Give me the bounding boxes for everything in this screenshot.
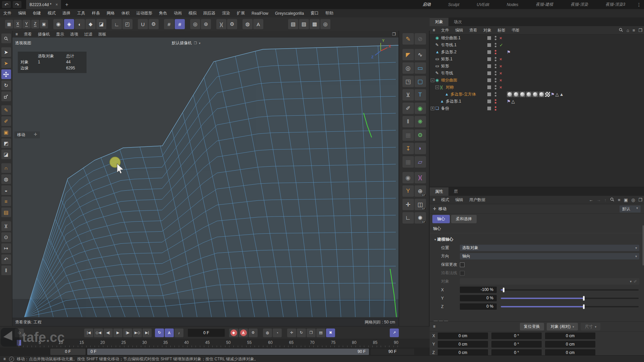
polygon-pen-icon[interactable]: ✎ (1, 105, 11, 115)
record-circle-icon[interactable]: ◔ (273, 328, 282, 337)
hamburger-icon[interactable]: ≡ (430, 324, 435, 329)
bevel-icon[interactable]: ∩ (1, 163, 11, 173)
tab-属性[interactable]: 属性 (430, 187, 448, 196)
frame-select-icon[interactable]: ▣ (1, 127, 11, 137)
filter-icon[interactable]: ≡ (631, 28, 637, 33)
expander-icon[interactable]: − (435, 85, 439, 89)
slider-knob[interactable] (583, 296, 585, 301)
menu-编辑[interactable]: 编辑 (452, 197, 466, 203)
range-start-field[interactable]: 0 F (50, 349, 86, 355)
popout-icon[interactable]: ❐ (637, 197, 644, 202)
fcurve-toggle-icon[interactable]: ↗ (390, 328, 399, 337)
add-keyframe-icon[interactable]: ◇ (15, 328, 24, 337)
visibility-icon[interactable]: ◉ (402, 172, 414, 183)
disabled-icon[interactable]: × (499, 35, 502, 42)
mode-tab-柔和选择[interactable]: 柔和选择 (451, 215, 477, 223)
symmetry-deformer-icon[interactable]: )( (415, 172, 426, 183)
menu-窗口[interactable]: 窗口 (307, 10, 322, 16)
vp-menu-显示[interactable]: 显示 (53, 32, 67, 37)
menu-对象[interactable]: 对象 (480, 27, 494, 33)
object-name[interactable]: 多边形.1 (446, 98, 461, 105)
loop-icon[interactable]: ↻ (155, 328, 164, 337)
prev-frame-icon[interactable]: ◀| (104, 328, 113, 337)
axis-lock-y[interactable]: Y (22, 20, 31, 28)
edge-pen-icon[interactable]: ✐ (1, 116, 11, 126)
axis-lock-x[interactable]: X (14, 20, 22, 28)
button-对象 (相对)[interactable]: 对象 (相对)▾ (547, 323, 578, 330)
object-name[interactable]: 引导线 (441, 70, 453, 77)
close-hole-icon[interactable]: ⊙ (1, 232, 11, 242)
value-field[interactable]: -100 % (460, 287, 497, 293)
document-tab[interactable]: B2223.c4d * × (26, 0, 61, 9)
phong-tag-icon[interactable]: ⚑ (507, 99, 511, 104)
layout-tab-UVEdit[interactable]: UVEdit (468, 2, 498, 7)
object-name[interactable]: 备份 (441, 105, 449, 112)
edges-mode-icon[interactable]: ◈ (64, 19, 74, 29)
object-name[interactable]: 引导线.1 (441, 42, 457, 49)
timeline-ruler[interactable]: 051015202530354045505560657075808590 (0, 339, 430, 348)
range-end-field[interactable]: 90 F (371, 349, 414, 355)
object-name[interactable]: 矩形.1 (441, 56, 452, 63)
hamburger-icon[interactable]: ≡ (430, 197, 438, 202)
disabled-icon[interactable]: × (499, 84, 502, 91)
vp-menu-过滤[interactable]: 过滤 (81, 32, 95, 37)
model-mode-icon[interactable]: ◆ (86, 19, 96, 29)
layer-color-chip[interactable] (487, 71, 491, 75)
menu-运动图形[interactable]: 运动图形 (133, 10, 156, 16)
hex-center-icon[interactable]: ◍ (243, 19, 253, 29)
rotation-field[interactable]: 0 ° (491, 349, 542, 356)
select-方向[interactable]: 轴向▾ (460, 253, 639, 259)
layout-tab-夜猫-渲染3[interactable]: 夜猫-渲染3 (597, 2, 634, 7)
cluster-icon[interactable]: ❋ (415, 116, 426, 127)
bridge-guides-icon[interactable]: ‖ (402, 116, 414, 127)
texture-tag-icon[interactable] (513, 92, 519, 97)
slider-knob[interactable] (503, 288, 504, 292)
slider-knob[interactable] (583, 304, 585, 309)
triangle-outline-tag-icon[interactable]: △ (555, 92, 559, 97)
next-key-icon[interactable]: ▶◇ (133, 328, 142, 337)
render-team-icon[interactable]: ▩ (310, 19, 320, 29)
grid-snap-icon[interactable]: # (175, 19, 185, 29)
snap-settings-icon[interactable]: ⚙ (149, 19, 159, 29)
object-name[interactable]: 细分曲面 (441, 77, 457, 84)
object-row[interactable]: ▭矩形.1× (430, 56, 644, 63)
menu-样条[interactable]: 样条 (89, 10, 103, 16)
axis-move-icon[interactable]: ∟ (402, 212, 414, 224)
scrollbar[interactable] (643, 225, 644, 265)
search-icon[interactable] (617, 27, 625, 33)
axis-cube-icon[interactable]: ▱ (415, 156, 426, 168)
target-weld-icon[interactable]: ◎ (190, 19, 200, 29)
disabled-icon[interactable]: × (499, 63, 502, 70)
autokey-quantize-icon[interactable]: A (165, 328, 174, 337)
position-field[interactable]: 0 cm (438, 333, 488, 339)
spread-icon[interactable]: ⊻ (402, 89, 414, 101)
prev-key-icon[interactable]: ◇◀ (94, 328, 103, 337)
goto-end-icon[interactable]: ▶| (143, 328, 152, 337)
value-field[interactable]: 0 % (460, 303, 497, 310)
object-row[interactable]: ✎引导线.1✓ (430, 42, 644, 49)
expander-icon[interactable]: + (431, 107, 434, 110)
layer-color-chip[interactable] (487, 64, 491, 68)
texture-tag-icon[interactable] (532, 92, 538, 97)
group-header[interactable]: ▾ 建模轴心 (430, 235, 644, 244)
layer-color-chip[interactable] (487, 107, 491, 110)
workplane-mode-icon[interactable]: ◰ (122, 19, 132, 29)
record-pla-icon[interactable]: ▤ (316, 328, 325, 337)
array-icon[interactable]: ≡ (1, 196, 11, 206)
layer-color-chip[interactable] (487, 57, 491, 61)
visibility-dots[interactable] (495, 50, 496, 54)
circle-mask-icon[interactable]: ◎ (402, 62, 414, 74)
symmetry-icon[interactable]: )( (216, 19, 226, 29)
disabled-icon[interactable]: × (499, 77, 502, 84)
lock-icon[interactable]: ▣ (622, 197, 630, 202)
rotation-field[interactable]: 0 ° (491, 341, 542, 348)
next-frame-icon[interactable]: |▶ (123, 328, 132, 337)
layer-color-chip[interactable] (487, 43, 491, 47)
range-slider[interactable]: 0 F 90 F (87, 349, 369, 355)
position-field[interactable]: 0 cm (438, 349, 488, 356)
menu-查看[interactable]: 查看 (466, 27, 480, 33)
axis-modify-icon[interactable]: ∟ (112, 19, 122, 29)
triangle-outline-tag-icon[interactable]: △ (512, 99, 515, 104)
menu-帮助[interactable]: 帮助 (322, 10, 337, 16)
menu-创建[interactable]: 创建 (30, 10, 44, 16)
